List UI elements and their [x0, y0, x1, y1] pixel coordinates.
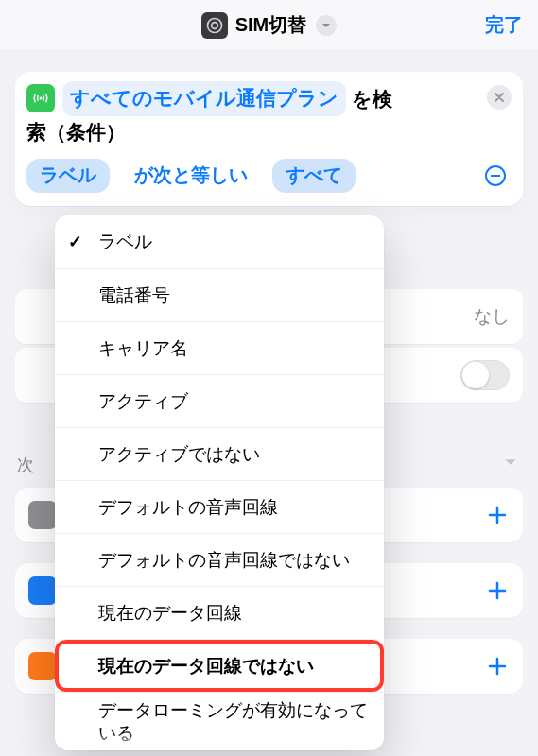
card-text-1: を検: [352, 83, 392, 115]
svg-point-1: [211, 22, 217, 28]
chevron-down-icon[interactable]: [316, 15, 337, 36]
nav-title-group[interactable]: SIM切替: [201, 12, 338, 39]
dropdown-item-default-voice[interactable]: デフォルトの音声回線: [55, 480, 384, 533]
chevron-down-icon[interactable]: [502, 454, 519, 471]
action-card: すべてのモバイル通信プラン を検 索（条件） ラベル が次と等しい すべて: [15, 72, 523, 206]
page-title: SIM切替: [235, 12, 307, 38]
card-text-2: 索（条件）: [26, 116, 479, 148]
settings-icon: [201, 12, 228, 39]
filter-field-pill[interactable]: ラベル: [26, 159, 110, 193]
value-none: なし: [474, 304, 510, 329]
dropdown-item-active[interactable]: アクティブ: [55, 374, 384, 427]
dropdown-item-label[interactable]: ✓ ラベル: [55, 215, 384, 268]
dropdown-item-carrier-name[interactable]: キャリア名: [55, 321, 384, 374]
action-icon-grey: [28, 501, 57, 529]
remove-filter-icon[interactable]: [485, 165, 506, 186]
filter-row: ラベル が次と等しい すべて: [26, 159, 512, 193]
plus-icon[interactable]: [485, 503, 510, 527]
done-button[interactable]: 完了: [485, 0, 523, 50]
nav-bar: SIM切替 完了: [0, 0, 538, 51]
filter-value-pill[interactable]: すべて: [272, 159, 356, 193]
dropdown-item-roaming-on[interactable]: データローミングが有効になっている: [55, 692, 384, 750]
dropdown-item-current-data[interactable]: 現在のデータ回線: [55, 586, 384, 639]
svg-point-2: [40, 97, 43, 100]
dropdown-item-not-active[interactable]: アクティブではない: [55, 427, 384, 480]
toggle-switch[interactable]: [460, 360, 510, 390]
field-dropdown: ✓ ラベル 電話番号 キャリア名 アクティブ アクティブではない デフォルトの音…: [55, 215, 384, 750]
dropdown-item-not-current-data[interactable]: 現在のデータ回線ではない: [55, 639, 384, 692]
action-icon-orange: [28, 652, 57, 680]
filter-op-pill[interactable]: が次と等しい: [121, 159, 261, 193]
dropdown-item-not-default-voice[interactable]: デフォルトの音声回線ではない: [55, 533, 384, 586]
plus-icon[interactable]: [485, 654, 510, 679]
next-section-label: 次: [17, 454, 34, 476]
dropdown-item-phone-number[interactable]: 電話番号: [55, 268, 384, 321]
svg-point-0: [207, 18, 221, 32]
plus-icon[interactable]: [485, 578, 510, 603]
action-icon-blue: [28, 576, 57, 605]
checkmark-icon: ✓: [68, 232, 82, 252]
close-icon[interactable]: [487, 85, 512, 110]
cellular-icon: [26, 84, 55, 112]
plans-token[interactable]: すべてのモバイル通信プラン: [62, 81, 346, 116]
